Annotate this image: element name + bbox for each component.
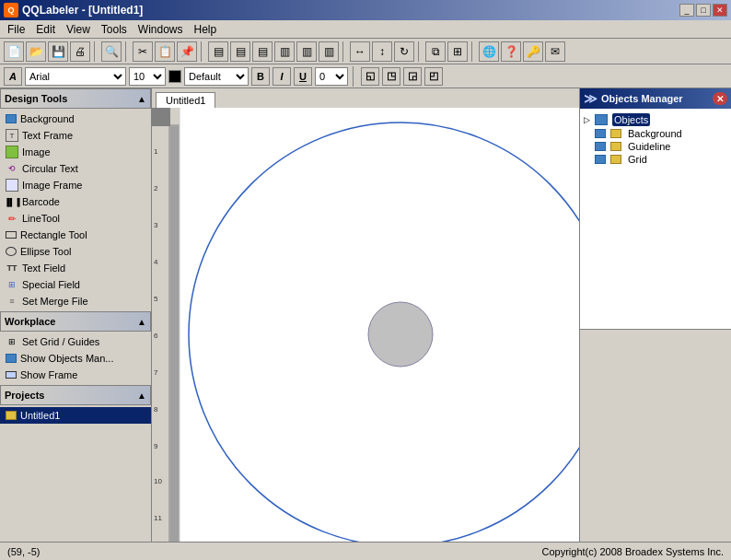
group-button[interactable]: ⧉ [425, 41, 446, 62]
tool-image-frame[interactable]: Image Frame [0, 177, 151, 193]
email-button[interactable]: ✉ [545, 41, 565, 62]
align-mid-button[interactable]: ▥ [296, 41, 317, 62]
svg-point-30 [368, 302, 433, 367]
objects-manager-close[interactable]: ✕ [713, 92, 727, 105]
cd-label-svg [170, 108, 579, 542]
svg-text:9: 9 [154, 442, 158, 450]
format-bar: A Arial 10 Default B I U 0 ◱ ◳ ◲ ◰ [0, 64, 731, 88]
close-button[interactable]: ✕ [713, 4, 727, 17]
color-swatch [168, 70, 181, 83]
app-icon: Q [4, 3, 18, 18]
toolbar-sep3 [201, 41, 204, 62]
text-frame-icon: T [6, 129, 18, 142]
workplace-arrow[interactable]: ▲ [137, 317, 146, 327]
italic-button[interactable]: I [273, 67, 291, 86]
title-bar: Q QQLabeler - [Untitled1] _ □ ✕ [0, 0, 731, 20]
text-field-icon: TT [6, 262, 18, 274]
help-button[interactable]: ❓ [501, 41, 521, 62]
align-tr-button[interactable]: ◲ [403, 67, 422, 86]
projects-arrow[interactable]: ▲ [137, 391, 146, 401]
tool-rectangle[interactable]: Rectangle Tool [0, 227, 151, 243]
projects-items: Untitled1 [0, 405, 151, 426]
objects-manager-expand-icon[interactable]: ≫ [584, 91, 598, 106]
rotate-button[interactable]: ↻ [394, 41, 414, 62]
tool-ellipse[interactable]: Ellipse Tool [0, 243, 151, 260]
fmt-sep [353, 66, 356, 87]
workplace-show-objects[interactable]: Show Objects Man... [0, 350, 151, 367]
zoom-button[interactable]: 🔍 [101, 41, 122, 62]
menu-tools[interactable]: Tools [96, 21, 133, 38]
tool-special-field[interactable]: ⊞ Special Field [0, 276, 151, 293]
menu-bar: File Edit View Tools Windows Help [0, 20, 731, 39]
number-select[interactable]: 0 [315, 67, 348, 86]
ungroup-button[interactable]: ⊞ [447, 41, 468, 62]
tool-set-merge[interactable]: ≡ Set Merge File [0, 293, 151, 309]
left-panel: Design Tools ▲ Background T Text Frame I… [0, 88, 152, 542]
menu-help[interactable]: Help [189, 21, 223, 38]
tab-untitled1[interactable]: Untitled1 [156, 92, 215, 108]
design-tools-arrow[interactable]: ▲ [137, 94, 146, 104]
status-bar: (59, -5) Copyright(c) 2008 Broadex Syste… [0, 542, 731, 560]
new-button[interactable]: 📄 [4, 41, 24, 62]
align-tl-button[interactable]: ◱ [361, 67, 379, 86]
maximize-button[interactable]: □ [696, 4, 711, 17]
tree-root-label: Objects [612, 113, 650, 126]
project-untitled1[interactable]: Untitled1 [0, 407, 151, 424]
objects-manager-bottom [580, 329, 731, 542]
barcode-icon: ▐▌▐ [6, 195, 18, 208]
tool-text-frame[interactable]: T Text Frame [0, 127, 151, 144]
svg-text:7: 7 [154, 368, 158, 377]
bold-button[interactable]: B [251, 67, 270, 86]
flip-h-button[interactable]: ↔ [350, 41, 370, 62]
tool-text-field[interactable]: TT Text Field [0, 260, 151, 276]
canvas-area[interactable]: 1 2 3 4 5 6 7 8 9 10 11 12 [152, 108, 579, 542]
register-button[interactable]: 🔑 [523, 41, 543, 62]
tool-image[interactable]: Image [0, 144, 151, 160]
tree-layer-icon3 [610, 155, 621, 164]
status-coords: (59, -5) [7, 546, 40, 557]
menu-view[interactable]: View [61, 21, 96, 38]
tree-grid[interactable]: Grid [584, 153, 727, 166]
tool-background[interactable]: Background [0, 111, 151, 127]
menu-windows[interactable]: Windows [133, 21, 189, 38]
copy-button[interactable]: 📋 [155, 41, 175, 62]
menu-file[interactable]: File [2, 21, 30, 38]
align-bot-button[interactable]: ▥ [319, 41, 339, 62]
paste-button[interactable]: 📌 [177, 41, 197, 62]
open-button[interactable]: 📂 [26, 41, 46, 62]
size-select[interactable]: 10 [129, 67, 166, 86]
cut-button[interactable]: ✂ [133, 41, 153, 62]
align-right-button[interactable]: ▤ [252, 41, 273, 62]
workplace-set-grid[interactable]: ⊞ Set Grid / Guides [0, 333, 151, 350]
tool-linetool[interactable]: ✏ LineTool [0, 210, 151, 227]
tree-grid-label: Grid [628, 154, 647, 165]
svg-text:4: 4 [154, 258, 158, 266]
web-button[interactable]: 🌐 [479, 41, 499, 62]
tree-root[interactable]: ▷ Objects [584, 112, 727, 127]
menu-edit[interactable]: Edit [30, 21, 61, 38]
window-title: QQLabeler - [Untitled1] [22, 4, 143, 17]
font-select[interactable]: Arial [25, 67, 126, 86]
minimize-button[interactable]: _ [679, 4, 694, 17]
align-bl-button[interactable]: ◰ [424, 67, 443, 86]
objects-manager-panel: ≫ Objects Manager ✕ ▷ Objects Background [579, 88, 731, 542]
align-tc-button[interactable]: ◳ [382, 67, 400, 86]
flip-v-button[interactable]: ↕ [372, 41, 392, 62]
underline-button[interactable]: U [294, 67, 312, 86]
tree-guideline[interactable]: Guideline [584, 140, 727, 153]
style-select[interactable]: Default [184, 67, 249, 86]
window-controls[interactable]: _ □ ✕ [679, 4, 727, 17]
align-left-button[interactable]: ▤ [208, 41, 228, 62]
text-icon: A [4, 67, 22, 86]
tree-background[interactable]: Background [584, 127, 727, 140]
main-toolbar: 📄 📂 💾 🖨 🔍 ✂ 📋 📌 ▤ ▤ ▤ ▥ ▥ ▥ ↔ ↕ ↻ ⧉ ⊞ 🌐 … [0, 39, 731, 64]
tree-layer-icon [610, 129, 621, 138]
save-button[interactable]: 💾 [48, 41, 68, 62]
frame-icon [6, 371, 17, 379]
align-top-button[interactable]: ▥ [274, 41, 295, 62]
tool-barcode[interactable]: ▐▌▐ Barcode [0, 193, 151, 210]
print-button[interactable]: 🖨 [70, 41, 90, 62]
workplace-show-frame[interactable]: Show Frame [0, 367, 151, 383]
align-center-button[interactable]: ▤ [230, 41, 250, 62]
tool-circular-text[interactable]: ⟲ Circular Text [0, 160, 151, 177]
